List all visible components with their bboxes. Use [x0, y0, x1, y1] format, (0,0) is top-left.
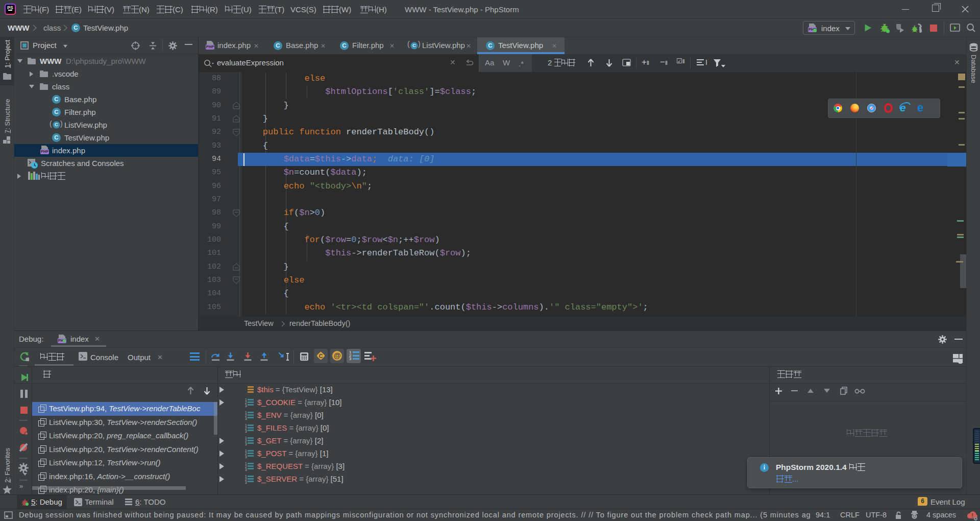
- svg-text:C: C: [319, 353, 323, 359]
- svg-text:!: !: [971, 512, 973, 518]
